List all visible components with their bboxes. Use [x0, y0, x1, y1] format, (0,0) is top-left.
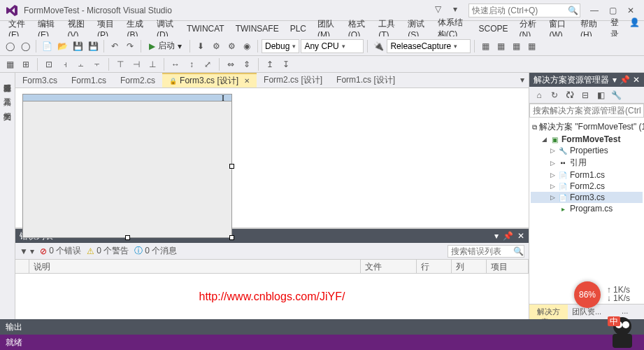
tc-icon-1[interactable]: ⬇	[194, 39, 208, 53]
solution-tree[interactable]: ⧉解决方案 "FormMoveTest" (1 ◢▣FormMoveTest ▷…	[529, 118, 644, 304]
play-icon: ▶	[149, 41, 155, 51]
order-icon[interactable]: ↥	[263, 57, 277, 71]
open-icon[interactable]: 📂	[55, 39, 69, 53]
notification-icon[interactable]: ▽	[435, 4, 448, 17]
tab-form2-design[interactable]: Form2.cs [设计]	[257, 73, 329, 88]
grid-icon[interactable]: ⊡	[42, 57, 56, 71]
resize-handle-se[interactable]	[229, 235, 234, 240]
align-r-icon[interactable]: ⫟	[90, 57, 104, 71]
sync-icon[interactable]: ↻	[548, 88, 561, 102]
tab-overflow[interactable]: ▾	[516, 73, 529, 88]
search-icon: 🔍	[513, 246, 524, 256]
tree-references[interactable]: ▷▪▪引用	[531, 156, 643, 169]
quick-launch[interactable]: 🔍	[468, 4, 578, 18]
pin-icon[interactable]: 📌	[503, 231, 513, 241]
tree-form1[interactable]: ▷📄Form1.cs	[531, 169, 643, 181]
tc-icon-2[interactable]: ⚙	[209, 39, 223, 53]
new-project-icon[interactable]: 📄	[40, 39, 54, 53]
show-files-icon[interactable]: ◧	[594, 88, 608, 102]
form-designer[interactable]: I	[15, 88, 529, 228]
align-icon[interactable]: ▦	[3, 57, 17, 71]
warnings-filter[interactable]: ⚠0 个警告	[87, 245, 129, 257]
layout-icon-4[interactable]: ▦	[524, 39, 538, 53]
output-panel-header[interactable]: 输出	[0, 319, 644, 335]
solution-node[interactable]: ⧉解决方案 "FormMoveTest" (1	[531, 120, 643, 134]
close-tab-icon[interactable]: ✕	[244, 77, 250, 85]
tab-form1-design[interactable]: Form1.cs [设计]	[329, 73, 402, 88]
project-node[interactable]: ◢▣FormMoveTest	[531, 134, 643, 145]
menu-twinsafe[interactable]: TWINSAFE	[231, 22, 283, 35]
platform-dropdown[interactable]: Any CPU▾	[301, 39, 364, 53]
properties-icon[interactable]: 🔧	[609, 88, 623, 102]
save-all-icon[interactable]: 💾	[86, 39, 100, 53]
side-server-explorer[interactable]: 服务器资源管理器	[2, 76, 13, 81]
explorer-tab-solution[interactable]: 解决方案...	[529, 304, 568, 319]
space-icon[interactable]: ⇔	[224, 57, 238, 71]
collapse-icon[interactable]: ⊟	[578, 88, 592, 102]
align-b-icon[interactable]: ⊥	[145, 57, 159, 71]
start-button[interactable]: ▶ 启动 ▾	[145, 40, 186, 52]
tc-icon-4[interactable]: ◉	[240, 39, 254, 53]
tc-icon-3[interactable]: ⚙	[224, 39, 238, 53]
space-icon[interactable]: ⇕	[240, 57, 254, 71]
design-form[interactable]: I	[22, 94, 232, 238]
tab-form3-design[interactable]: 🔒Form3.cs [设计]✕	[162, 73, 257, 88]
explorer-search-input[interactable]	[529, 104, 644, 118]
close-button[interactable]: ✕	[622, 6, 640, 15]
panel-menu-icon[interactable]: ▾	[494, 231, 499, 241]
tab-form3cs[interactable]: Form3.cs	[15, 73, 64, 88]
resize-handle-s[interactable]	[125, 235, 130, 240]
menu-plc[interactable]: PLC	[286, 22, 310, 35]
pin-icon[interactable]: 📌	[620, 75, 630, 85]
align-l-icon[interactable]: ⫞	[58, 57, 72, 71]
close-panel-icon[interactable]: ✕	[633, 75, 640, 85]
size-icon[interactable]: ↔	[169, 57, 183, 71]
align-c-icon[interactable]: ⫠	[74, 57, 88, 71]
ext-icon[interactable]: 🔌	[371, 39, 385, 53]
resize-handle-e[interactable]	[229, 164, 234, 169]
order-icon[interactable]: ↧	[279, 57, 293, 71]
tree-properties[interactable]: ▷🔧Properties	[531, 145, 643, 156]
side-doc-outline[interactable]: 文档大纲	[2, 104, 13, 109]
svg-text:中: 中	[610, 316, 618, 326]
refresh-icon[interactable]: 🗘	[563, 88, 577, 102]
tab-form2cs[interactable]: Form2.cs	[113, 73, 162, 88]
side-toolbox[interactable]: 工具箱	[2, 90, 13, 95]
main-toolbar: ◯ ◯ 📄 📂 💾 💾 ↶ ↷ ▶ 启动 ▾ ⬇ ⚙ ⚙ ◉ Debug▾ An…	[0, 36, 644, 56]
user-icon[interactable]: 👤	[629, 15, 640, 29]
menu-scope[interactable]: SCOPE	[474, 22, 512, 35]
messages-filter[interactable]: ⓘ0 个消息	[134, 245, 177, 257]
tree-program[interactable]: ▸Program.cs	[531, 203, 643, 214]
minimize-button[interactable]: —	[585, 6, 603, 15]
size-icon[interactable]: ↕	[185, 57, 199, 71]
layout-icon-3[interactable]: ▦	[509, 39, 523, 53]
redo-icon[interactable]: ↷	[123, 39, 137, 53]
errors-filter[interactable]: ⊘0 个错误	[40, 245, 81, 257]
close-panel-icon[interactable]: ✕	[517, 231, 524, 241]
maximize-button[interactable]: ▢	[603, 6, 622, 15]
layout-icon-2[interactable]: ▦	[494, 39, 508, 53]
panel-menu-icon[interactable]: ▾	[613, 75, 617, 85]
tab-form1cs[interactable]: Form1.cs	[64, 73, 113, 88]
nav-back-icon[interactable]: ◯	[3, 39, 17, 53]
tree-form2[interactable]: ▷📄Form2.cs	[531, 181, 643, 192]
align-icon[interactable]: ⊞	[19, 57, 33, 71]
tree-form3[interactable]: ▷📄Form3.cs	[531, 192, 643, 203]
net-speed: ↑ 1K/s ↓ 1K/s	[607, 286, 630, 302]
release-dropdown[interactable]: ReleaseCapture▾	[387, 39, 471, 53]
menu-twincat[interactable]: TWINCAT	[183, 22, 229, 35]
feedback-icon[interactable]: ▾	[453, 4, 466, 17]
save-icon[interactable]: 💾	[71, 39, 85, 53]
size-icon[interactable]: ⤢	[201, 57, 215, 71]
nav-fwd-icon[interactable]: ◯	[18, 39, 32, 53]
filter-dropdown[interactable]: ▼ ▾	[20, 246, 34, 256]
home-icon[interactable]: ⌂	[532, 88, 546, 102]
align-t-icon[interactable]: ⊤	[113, 57, 127, 71]
layout-icon-1[interactable]: ▦	[478, 39, 492, 53]
menu-bar: 文件(F) 编辑(E) 视图(V) 项目(P) 生成(B) 调试(D) TWIN…	[0, 21, 644, 36]
layout-toolbar: ▦ ⊞ ⊡ ⫞ ⫠ ⫟ ⊤ ⊣ ⊥ ↔ ↕ ⤢ ⇔ ⇕ ↥ ↧	[0, 56, 644, 73]
undo-icon[interactable]: ↶	[108, 39, 122, 53]
quick-launch-input[interactable]	[468, 4, 580, 18]
align-m-icon[interactable]: ⊣	[129, 57, 143, 71]
config-dropdown[interactable]: Debug▾	[262, 39, 299, 53]
